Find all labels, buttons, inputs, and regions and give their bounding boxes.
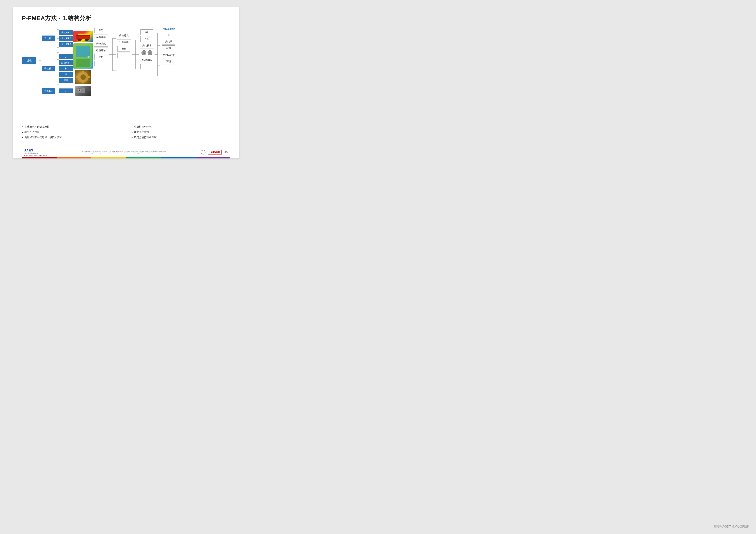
car-top-image bbox=[73, 31, 93, 42]
tree-structure: 过程 子过程1 bbox=[22, 28, 73, 94]
struct-col-3: 磁化 冲压 烧结轴承 电枢装配 ... bbox=[139, 28, 155, 69]
color-bar-purple bbox=[196, 157, 230, 159]
bullet-text-r1: 生成框图/流程图 bbox=[134, 125, 152, 128]
struct-item-dots1: ... bbox=[94, 61, 107, 66]
bullets-section: • 生成概览并确保完整性 • 细分到子过程 • 内部和外部系统边界（接口）清晰 … bbox=[22, 125, 230, 144]
subprocess1-box: 子过程1 bbox=[42, 36, 55, 41]
subprocess3-children: ... bbox=[59, 89, 73, 93]
struct-col-2: 变速总成 升降电机 电线 ... bbox=[116, 28, 132, 58]
sub2-connector bbox=[55, 51, 59, 87]
bearing-images bbox=[141, 49, 153, 56]
sub2-person: 人 bbox=[59, 54, 73, 60]
sub3-dots: ... bbox=[59, 89, 73, 93]
footer: UAES 引领中国汽车驱动科技 No.1 In Driving Technolo… bbox=[22, 147, 230, 157]
bullet-right-2: • 建立系统结构 bbox=[131, 131, 230, 135]
slide-container: P-FMEA方法 - 1.结构分析 过程 子过程1 bbox=[13, 7, 239, 159]
car-door-image bbox=[73, 43, 93, 68]
subprocess2-children: 人 机（设备） 料 法 环境 bbox=[59, 54, 73, 83]
image-column bbox=[73, 28, 93, 96]
struct-item-dots3: ... bbox=[141, 64, 153, 69]
svg-point-34 bbox=[79, 89, 80, 91]
bullets-right: • 生成框图/流程图 • 建立系统结构 • 确定分析范围和深度 bbox=[131, 125, 230, 141]
bullet-dot-1: • bbox=[22, 125, 23, 129]
struct-item-glass: 车窗玻璃 bbox=[94, 34, 108, 40]
pp-column: 过程参数PP 人 烧结炉 材料 WI和工艺卡 环境 bbox=[160, 28, 177, 64]
bearing-svg-1 bbox=[141, 50, 147, 56]
uaes-logo-container: UAES 引领中国汽车驱动科技 No.1 In Driving Technolo… bbox=[24, 149, 46, 156]
struct-item-armature: 电枢装配 bbox=[140, 57, 154, 63]
bullet-text-3: 内部和外部系统边界（接口）清晰 bbox=[24, 136, 62, 139]
sub2-material: 料 bbox=[59, 66, 73, 71]
color-bar-yellow bbox=[92, 157, 126, 159]
gear-image bbox=[75, 70, 91, 84]
bullet-text-r2: 建立系统结构 bbox=[134, 131, 149, 134]
process-box: 过程 bbox=[22, 57, 36, 64]
tree-connector-svg bbox=[36, 30, 42, 91]
color-bar-orange bbox=[57, 157, 91, 159]
struct-item-door: 车门 bbox=[94, 28, 107, 33]
bosch-logo: BOSCH bbox=[208, 150, 222, 155]
motor-image bbox=[75, 86, 91, 96]
uaes-sub2: No.1 In Driving Technology In China bbox=[24, 154, 46, 156]
subprocess1-1: 子过程1.1 bbox=[59, 30, 73, 35]
col1-col2-connector bbox=[109, 28, 116, 82]
bullet-left-1: • 生成概览并确保完整性 bbox=[22, 125, 121, 129]
svg-rect-20 bbox=[76, 35, 90, 36]
subprocess3-box: 子过程3 bbox=[42, 88, 55, 94]
col2-col3-connector bbox=[132, 28, 139, 82]
motor-svg bbox=[75, 86, 91, 96]
color-bar-red bbox=[22, 157, 57, 159]
main-content: 过程 子过程1 bbox=[22, 28, 230, 121]
pp-title: 过程参数PP bbox=[163, 28, 175, 31]
svg-rect-29 bbox=[76, 76, 79, 78]
pp-furnace: 烧结炉 bbox=[162, 39, 175, 44]
right-section: 车门 车窗玻璃 升降系统 电缆卷轴 护栏 ... 变速总成 升降电机 电线 . bbox=[93, 28, 230, 82]
bullet-dot-3: • bbox=[22, 136, 23, 140]
svg-rect-22 bbox=[76, 46, 90, 57]
bullets-left: • 生成概览并确保完整性 • 细分到子过程 • 内部和外部系统边界（接口）清晰 bbox=[22, 125, 121, 141]
svg-rect-30 bbox=[88, 76, 90, 78]
car-svg bbox=[74, 32, 92, 42]
svg-rect-32 bbox=[85, 89, 90, 91]
color-bar-green bbox=[126, 157, 161, 159]
pp-material: 材料 bbox=[162, 45, 175, 51]
subprocess1-children: 子过程1.1 子过程1.2 子过程1.3 bbox=[59, 30, 73, 47]
uaes-logo: UAES bbox=[24, 149, 46, 152]
pp-person: 人 bbox=[162, 32, 175, 38]
subprocess1-2: 子过程1.2 bbox=[59, 36, 73, 41]
bullet-left-3: • 内部和外部系统边界（接口）清晰 bbox=[22, 136, 121, 140]
struct-item-gear: 变速总成 bbox=[117, 33, 131, 38]
svg-rect-27 bbox=[82, 71, 84, 74]
bullet-text-r3: 确定分析范围和深度 bbox=[134, 136, 157, 139]
color-bar-blue bbox=[161, 157, 196, 159]
level1-item-1: 子过程1 子过程1.1 子过程1.2 子过程1.3 bbox=[42, 28, 73, 49]
struct-item-motor: 升降电机 bbox=[117, 39, 131, 45]
svg-point-46 bbox=[143, 52, 145, 54]
pp-env: 环境 bbox=[162, 59, 175, 64]
struct-item-wire: 电线 bbox=[118, 46, 130, 52]
struct-item-cable: 电缆卷轴 bbox=[94, 48, 108, 53]
slide-title: P-FMEA方法 - 1.结构分析 bbox=[22, 14, 230, 22]
gear-svg bbox=[75, 70, 91, 84]
col3-pp-connector bbox=[155, 28, 160, 82]
subprocess1-3: 子过程1.3 bbox=[59, 42, 73, 47]
bullet-text-1: 生成概览并确保完整性 bbox=[24, 125, 50, 128]
footer-left: UAES 引领中国汽车驱动科技 No.1 In Driving Technolo… bbox=[24, 149, 46, 156]
sub2-env: 环境 bbox=[59, 78, 73, 83]
svg-point-24 bbox=[88, 56, 90, 58]
sub2-method: 法 bbox=[59, 72, 73, 77]
pp-wi: WI和工艺卡 bbox=[160, 52, 177, 58]
bullet-dot-r2: • bbox=[131, 131, 133, 135]
bullet-text-2: 细分到子过程 bbox=[24, 131, 40, 134]
bullet-dot-2: • bbox=[22, 131, 23, 135]
door-svg bbox=[73, 43, 93, 68]
struct-col-1: 车门 车窗玻璃 升降系统 电缆卷轴 护栏 ... bbox=[93, 28, 109, 66]
bullet-right-1: • 生成框图/流程图 bbox=[131, 125, 230, 129]
sub2-machine: 机（设备） bbox=[59, 60, 73, 65]
struct-item-stamp: 冲压 bbox=[141, 36, 153, 42]
sub1-connector bbox=[55, 28, 59, 49]
footer-right: BOSCH -15- bbox=[201, 150, 229, 155]
sub3-connector bbox=[55, 88, 59, 93]
page-number: -15- bbox=[224, 151, 229, 154]
bullet-dot-r3: • bbox=[131, 136, 133, 140]
